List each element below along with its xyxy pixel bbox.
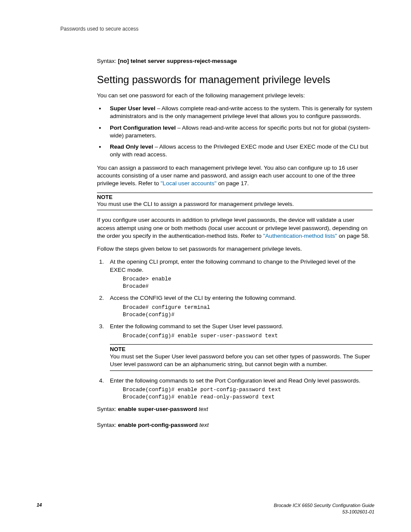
step-3: Enter the following command to set the S… — [106, 323, 373, 370]
bullet-super-user: Super User level – Allows complete read-… — [106, 105, 373, 120]
footer-title: Brocade ICX 6650 Security Configuration … — [274, 503, 374, 508]
step-text: Enter the following command to set the S… — [110, 323, 283, 330]
step-1: At the opening CLI prompt, enter the fol… — [106, 258, 373, 290]
bullet-title: Port Configuration level — [110, 124, 176, 131]
syntax-command: enable super-user-password — [118, 406, 199, 412]
text-fragment: on page 17. — [216, 180, 249, 187]
section-heading: Setting passwords for management privile… — [97, 74, 373, 86]
note-body: You must set the Super User level passwo… — [110, 353, 373, 368]
text-fragment: on page 58. — [337, 233, 369, 239]
link-local-user-accounts[interactable]: "Local user accounts" — [161, 180, 217, 187]
assign-paragraph: You can assign a password to each manage… — [97, 164, 373, 188]
rule — [97, 193, 373, 193]
steps-list: At the opening CLI prompt, enter the fol… — [106, 258, 373, 401]
bullet-read-only: Read Only level – Allows access to the P… — [106, 143, 373, 159]
note-super-user-first: NOTE You must set the Super User level p… — [110, 344, 373, 371]
intro-paragraph: You can set one password for each of the… — [97, 92, 373, 100]
syntax-command: enable port-config-password — [118, 422, 199, 428]
step-text: At the opening CLI prompt, enter the fol… — [110, 258, 355, 273]
code-block: Brocade# configure terminal Brocade(conf… — [123, 304, 373, 319]
syntax-arg: text — [199, 422, 209, 428]
syntax-command: [no] telnet server suppress-reject-messa… — [118, 58, 237, 64]
note-body: You must use the CLI to assign a passwor… — [97, 200, 373, 208]
page-number: 14 — [37, 502, 42, 507]
page-footer: 14 Brocade ICX 6650 Security Configurati… — [37, 502, 374, 515]
footer-docnum: 53-1002601-01 — [342, 509, 374, 514]
link-auth-method-lists[interactable]: "Authentication-method lists" — [263, 233, 337, 239]
rule — [110, 344, 373, 345]
bullet-port-config: Port Configuration level – Allows read-a… — [106, 124, 373, 140]
follow-steps-paragraph: Follow the steps given below to set pass… — [97, 245, 373, 253]
step-4: Enter the following commands to set the … — [106, 377, 373, 401]
code-block: Brocade> enable Brocade# — [123, 276, 373, 290]
code-block: Brocade(config)# enable port-config-pass… — [123, 386, 373, 401]
syntax-label: Syntax: — [97, 422, 118, 428]
note-cli-assign: NOTE You must use the CLI to assign a pa… — [97, 193, 373, 210]
bullet-title: Super User level — [110, 105, 156, 112]
rule — [110, 370, 373, 371]
step-text: Enter the following commands to set the … — [110, 377, 361, 384]
syntax-label: Syntax: — [97, 58, 118, 64]
syntax-arg: text — [199, 406, 208, 412]
syntax-port-config: Syntax: enable port-config-password text — [97, 422, 373, 428]
step-2: Access the CONFIG level of the CLI by en… — [106, 294, 373, 318]
syntax-super-user: Syntax: enable super-user-password text — [97, 406, 373, 412]
level-bullet-list: Super User level – Allows complete read-… — [106, 105, 373, 159]
syntax-telnet-suppress: Syntax: [no] telnet server suppress-reje… — [97, 58, 373, 64]
note-title: NOTE — [110, 345, 373, 353]
validate-paragraph: If you configure user accounts in additi… — [97, 216, 373, 240]
step-text: Access the CONFIG level of the CLI by en… — [110, 295, 296, 301]
running-header: Passwords used to secure access — [60, 26, 374, 32]
rule — [97, 210, 373, 210]
syntax-label: Syntax: — [97, 406, 118, 412]
note-title: NOTE — [97, 194, 373, 200]
code-block: Brocade(config)# enable super-user-passw… — [123, 333, 373, 340]
bullet-title: Read Only level — [110, 143, 153, 150]
